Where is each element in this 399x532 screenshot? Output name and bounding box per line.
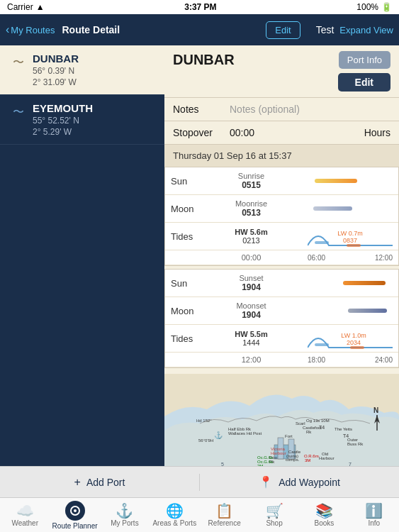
pm-time-label: [165, 353, 201, 367]
moon-label: Moon: [165, 195, 201, 223]
svg-text:comps.: comps.: [286, 458, 300, 462]
tab-shop[interactable]: 🛒 Shop: [249, 498, 299, 532]
svg-text:Rk: Rk: [306, 430, 312, 434]
edit-button[interactable]: Edit: [338, 73, 390, 92]
route-planner-icon: [65, 501, 85, 521]
status-carrier: Carrier ▲: [7, 2, 45, 12]
moonset-bar-cell: [302, 297, 398, 325]
svg-rect-7: [350, 346, 364, 349]
am-time-label: [165, 250, 201, 265]
sidebar-item-dunbar[interactable]: 〜 DUNBAR 56° 0.39' N 2° 31.09' W: [0, 45, 164, 95]
tab-areas-ports[interactable]: 🌐 Areas & Ports: [150, 498, 199, 532]
stopover-value[interactable]: 00:00: [230, 127, 364, 138]
sunset-time: 1904: [203, 282, 299, 292]
am-sun-row: Sun Sunrise 0515: [165, 167, 398, 195]
svg-text:2M: 2M: [257, 464, 263, 466]
pin-icon: 📍: [259, 475, 273, 489]
hw-am-time: 0213: [203, 236, 299, 245]
hw-am-label: HW 5.6m: [203, 228, 299, 236]
dunbar-lat: 56° 0.39' N: [33, 66, 79, 76]
am-time-bar: 06:00 12:00: [302, 250, 398, 265]
add-port-label: Add Port: [86, 477, 125, 488]
main-layout: 〜 DUNBAR 56° 0.39' N 2° 31.09' W 〜 EYEMO…: [0, 45, 399, 466]
wave-icon: 〜: [13, 55, 24, 70]
svg-text:N: N: [373, 406, 378, 414]
sunrise-cell: Sunrise 0515: [201, 167, 302, 195]
back-button[interactable]: ‹ My Routes: [6, 23, 55, 36]
hours-label: Hours: [364, 127, 390, 138]
svg-text:Harbour: Harbour: [319, 456, 335, 460]
moon-label-pm: Moon: [165, 297, 201, 325]
notes-row: Notes Notes (optional): [164, 97, 399, 121]
hw-am-cell: HW 5.6m 0213: [201, 223, 302, 250]
pm-tidal-table: Sun Sunset 1904 Moon Moonset: [164, 269, 399, 368]
svg-point-60: [74, 509, 77, 512]
sidebar-item-eyemouth[interactable]: 〜 EYEMOUTH 55° 52.52' N 2° 5.29' W: [0, 95, 164, 145]
tab-info-label: Info: [368, 519, 380, 527]
stopover-label: Stopover: [173, 127, 230, 138]
tab-areas-ports-label: Areas & Ports: [152, 519, 196, 527]
status-time: 3:37 PM: [184, 2, 216, 12]
notes-value[interactable]: Notes (optional): [230, 104, 390, 115]
port-info-button[interactable]: Port Info: [339, 51, 390, 69]
nav-bar: ‹ My Routes Route Detail Edit Test Expan…: [0, 14, 399, 45]
pm-t1-label: 18:00: [308, 356, 325, 364]
tab-weather-label: Weather: [11, 519, 38, 527]
svg-text:⚓: ⚓: [214, 431, 223, 440]
svg-text:Og 13s 10M: Og 13s 10M: [306, 419, 330, 423]
content-title: DUNBAR: [173, 52, 235, 68]
tab-shop-label: Shop: [266, 519, 282, 527]
tab-bar: ☁️ Weather Route Planner ⚓ My Ports 🌐 Ar…: [0, 497, 399, 532]
svg-text:56°0'9H: 56°0'9H: [198, 438, 213, 443]
add-waypoint-button[interactable]: 📍 Add Waypoint: [200, 467, 399, 497]
sidebar: 〜 DUNBAR 56° 0.39' N 2° 31.09' W 〜 EYEMO…: [0, 45, 164, 466]
pm-tides-row: Tides HW 5.5m 1444 LW 1.0m 2034: [165, 325, 398, 353]
svg-text:The Yetts: The Yetts: [335, 427, 352, 431]
sunset-label: Sunset: [203, 274, 299, 282]
areas-ports-icon: 🌐: [166, 504, 184, 518]
am-t0: 00:00: [201, 250, 302, 265]
pm-time-bar: 18:00 24:00: [302, 353, 398, 367]
tab-weather[interactable]: ☁️ Weather: [0, 498, 50, 532]
shop-icon: 🛒: [266, 504, 283, 518]
sunrise-time: 0515: [203, 180, 299, 190]
tab-route-planner[interactable]: Route Planner: [50, 498, 99, 532]
nav-test-label: Test: [316, 24, 335, 35]
tides-pm-bar-cell: LW 1.0m 2034: [302, 325, 398, 353]
tab-info[interactable]: ℹ️ Info: [349, 498, 399, 532]
svg-text:Hd 152°: Hd 152°: [196, 419, 212, 423]
am-time-row: 00:00 06:00 12:00: [165, 250, 398, 265]
svg-text:Wallaces Hd  Post: Wallaces Hd Post: [228, 431, 262, 436]
add-port-button[interactable]: + Add Port: [0, 467, 199, 497]
tab-my-ports[interactable]: ⚓ My Ports: [100, 498, 150, 532]
svg-text:Fort: Fort: [285, 434, 293, 438]
svg-text:0837: 0837: [343, 237, 357, 244]
map-section: DUNBAR 5 8 10 12 15 7 ⚓ Hd 152° Og 13s 1…: [164, 374, 399, 466]
tides-label-am: Tides: [165, 223, 201, 250]
eyemouth-lat: 55° 52.52' N: [33, 116, 93, 126]
moonrise-label: Moonrise: [203, 199, 299, 208]
nav-title: Route Detail: [59, 24, 262, 35]
svg-text:T4: T4: [343, 433, 349, 438]
svg-text:Buss Rk: Buss Rk: [347, 442, 364, 446]
pm-sun-row: Sun Sunset 1904: [165, 270, 398, 297]
battery-label: 100%: [356, 2, 378, 12]
eyemouth-lon: 2° 5.29' W: [33, 127, 93, 137]
svg-text:7: 7: [349, 462, 352, 466]
svg-rect-0: [315, 241, 329, 244]
tab-books[interactable]: 📚 Books: [299, 498, 349, 532]
svg-text:5: 5: [221, 462, 224, 466]
moonrise-cell: Moonrise 0513: [201, 195, 302, 223]
svg-text:T4: T4: [319, 425, 325, 430]
nav-right: Test Expand View: [316, 24, 393, 35]
plus-port-icon: +: [74, 476, 81, 489]
sun-label: Sun: [165, 167, 201, 195]
expand-view-button[interactable]: Expand View: [339, 25, 393, 35]
nav-edit-button[interactable]: Edit: [266, 21, 300, 39]
dunbar-port-icon: 〜: [9, 52, 28, 72]
back-chevron-icon: ‹: [6, 23, 9, 36]
status-bar: Carrier ▲ 3:37 PM 100% 🔋: [0, 0, 399, 14]
pm-t2-label: 24:00: [375, 356, 393, 364]
tab-reference[interactable]: 📋 Reference: [200, 498, 249, 532]
date-header: Thursday 01 Sep 16 at 15:37: [164, 144, 399, 167]
